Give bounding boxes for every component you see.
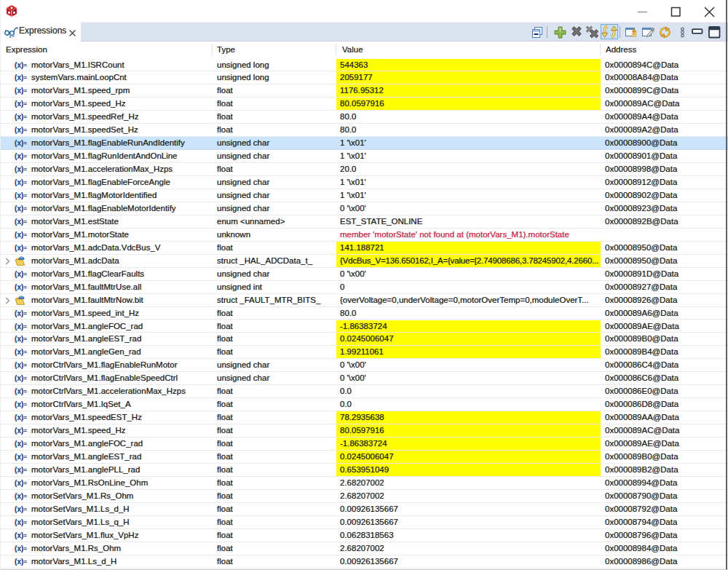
svg-text:=: = xyxy=(12,34,15,39)
